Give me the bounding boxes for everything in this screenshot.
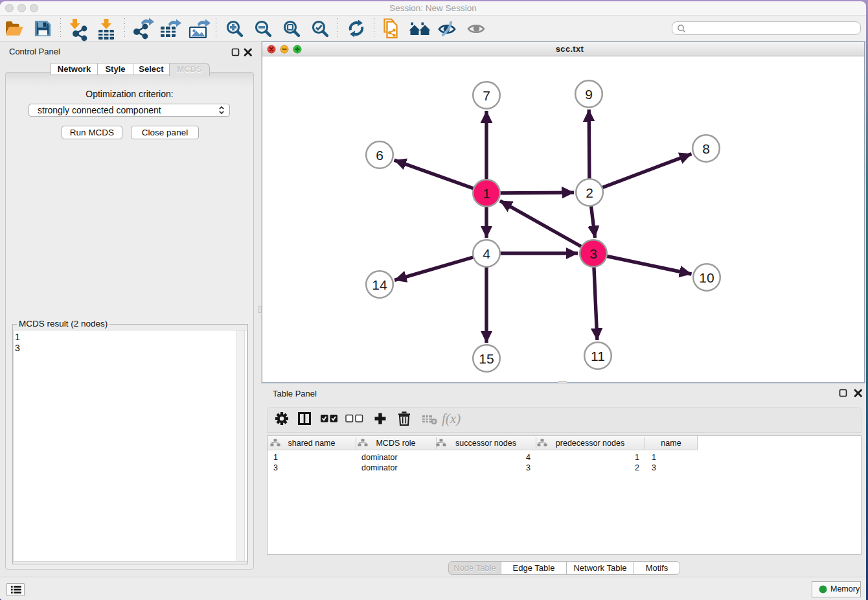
- svg-text:f(x): f(x): [442, 411, 461, 426]
- svg-text:1: 1: [483, 186, 490, 201]
- svg-text:10: 10: [699, 270, 714, 285]
- svg-text:14: 14: [372, 277, 387, 292]
- svg-text:11: 11: [591, 349, 605, 363]
- svg-text:7: 7: [483, 88, 490, 103]
- svg-text:3: 3: [589, 246, 597, 261]
- svg-text:9: 9: [585, 87, 593, 102]
- svg-text:8: 8: [702, 141, 710, 156]
- svg-text:4: 4: [483, 246, 490, 261]
- svg-text:15: 15: [479, 351, 494, 366]
- svg-text:6: 6: [376, 148, 383, 163]
- svg-text:2: 2: [586, 185, 593, 200]
